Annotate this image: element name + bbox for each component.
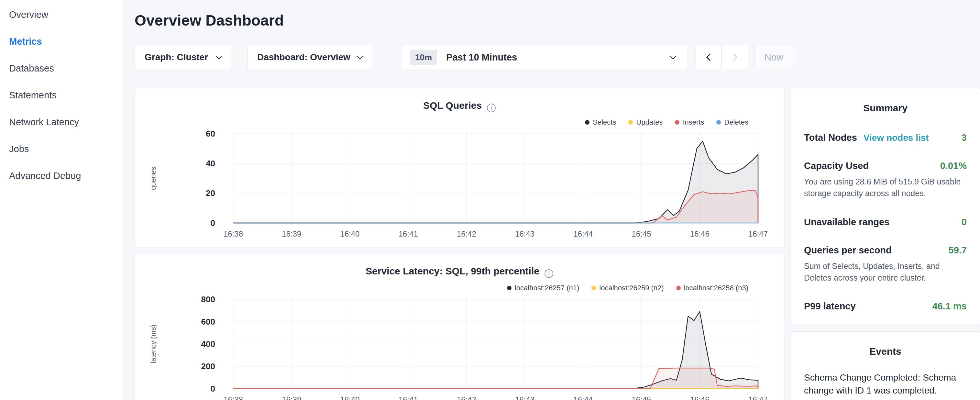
- sidebar-item-statements[interactable]: Statements: [0, 82, 123, 109]
- chart-title: SQL Queriesi: [135, 100, 784, 112]
- x-tick-label: 16:46: [690, 395, 710, 400]
- summary-value: 0: [962, 217, 967, 228]
- y-tick-label: 0: [211, 218, 215, 228]
- summary-row-capacity-used: Capacity Used 0.01% You are using 28.6 M…: [804, 161, 967, 199]
- y-tick-label: 600: [201, 317, 215, 327]
- service-latency-plot: 020040060080016:3816:3916:4016:4116:4216…: [135, 290, 784, 400]
- y-tick-label: 400: [201, 339, 215, 349]
- summary-value: 46.1 ms: [932, 301, 967, 312]
- events-panel: Events Schema Change Completed: Schema c…: [791, 331, 980, 400]
- right-sidebar: Summary Total Nodes View nodes list 3 Ca…: [791, 88, 980, 400]
- x-tick-label: 16:47: [748, 229, 768, 238]
- x-tick-label: 16:46: [690, 229, 710, 238]
- charts-column: SQL Queriesi SelectsUpdatesInsertsDelete…: [135, 88, 784, 400]
- summary-label: Queries per second: [804, 245, 892, 256]
- time-range-selector[interactable]: 10m Past 10 Minutes: [402, 45, 687, 70]
- x-tick-label: 16:44: [573, 229, 593, 238]
- x-tick-label: 16:43: [515, 229, 535, 238]
- sidebar-item-advanced-debug[interactable]: Advanced Debug: [0, 163, 123, 189]
- summary-title: Summary: [804, 103, 967, 113]
- chevron-down-icon: [216, 53, 222, 59]
- chart-plot-svg: 020040060080016:3816:3916:4016:4116:4216…: [135, 290, 784, 400]
- x-tick-label: 16:42: [457, 229, 476, 238]
- x-tick-label: 16:40: [340, 229, 360, 238]
- summary-label: Total Nodes: [804, 132, 857, 143]
- summary-description: You are using 28.6 MiB of 515.9 GiB usab…: [804, 176, 967, 199]
- summary-row-total-nodes: Total Nodes View nodes list 3: [804, 132, 967, 143]
- dashboard-dropdown[interactable]: Dashboard: Overview: [247, 45, 372, 70]
- time-range-label: Past 10 Minutes: [446, 52, 517, 63]
- sidebar-item-databases[interactable]: Databases: [0, 55, 123, 82]
- x-tick-label: 16:41: [399, 395, 418, 400]
- event-text: Schema Change Completed: Schema change w…: [804, 371, 967, 397]
- graph-dropdown-label: Graph: Cluster: [145, 52, 208, 62]
- view-nodes-list-link[interactable]: View nodes list: [864, 133, 929, 143]
- x-tick-label: 16:40: [340, 395, 360, 400]
- events-title: Events: [804, 346, 967, 357]
- x-tick-label: 16:38: [224, 395, 243, 400]
- sidebar-item-network-latency[interactable]: Network Latency: [0, 109, 123, 135]
- sidebar-item-overview[interactable]: Overview: [0, 1, 123, 28]
- graph-dropdown[interactable]: Graph: Cluster: [135, 45, 231, 70]
- page-title: Overview Dashboard: [135, 12, 980, 29]
- main-content: Overview Dashboard Graph: Cluster Dashbo…: [123, 0, 980, 400]
- x-tick-label: 16:39: [282, 395, 301, 400]
- x-tick-label: 16:41: [399, 229, 418, 238]
- series-line: [233, 141, 758, 223]
- x-tick-label: 16:44: [573, 395, 593, 400]
- summary-description: Sum of Selects, Updates, Inserts, and De…: [804, 260, 967, 284]
- next-time-button[interactable]: [722, 45, 748, 70]
- time-step-buttons: [695, 45, 748, 70]
- info-icon[interactable]: i: [544, 269, 553, 278]
- summary-value: 3: [962, 132, 967, 143]
- chart-title-text: Service Latency: SQL, 99th percentile: [366, 266, 539, 276]
- y-axis-label: queries: [149, 167, 157, 190]
- y-tick-label: 40: [206, 159, 215, 168]
- sidebar-item-metrics[interactable]: Metrics: [0, 28, 123, 55]
- series-area: [233, 190, 758, 223]
- x-tick-label: 16:47: [748, 395, 768, 400]
- y-tick-label: 0: [211, 384, 215, 394]
- chart-title-text: SQL Queries: [423, 100, 482, 111]
- chart-plot-svg: 020406016:3816:3916:4016:4116:4216:4316:…: [135, 124, 784, 247]
- summary-label: Unavailable ranges: [804, 217, 889, 228]
- event-list-item[interactable]: Schema Change Completed: Schema change w…: [804, 371, 967, 400]
- summary-row-unavailable-ranges: Unavailable ranges 0: [804, 217, 967, 228]
- x-tick-label: 16:39: [282, 229, 301, 238]
- prev-time-button[interactable]: [695, 45, 722, 70]
- y-axis-label: latency (ms): [149, 325, 157, 363]
- service-latency-chart-card: Service Latency: SQL, 99th percentilei l…: [135, 254, 784, 400]
- summary-row-p99-latency: P99 latency 46.1 ms: [804, 301, 967, 312]
- sidebar: Overview Metrics Databases Statements Ne…: [0, 0, 123, 400]
- toolbar: Graph: Cluster Dashboard: Overview 10m P…: [135, 45, 980, 70]
- info-icon[interactable]: i: [487, 104, 496, 112]
- chevron-down-icon: [670, 53, 676, 59]
- summary-value: 0.01%: [940, 161, 967, 171]
- y-tick-label: 800: [201, 295, 215, 304]
- chart-title: Service Latency: SQL, 99th percentilei: [135, 266, 784, 278]
- summary-panel: Summary Total Nodes View nodes list 3 Ca…: [791, 88, 980, 325]
- summary-label: Capacity Used: [804, 161, 869, 171]
- chevron-down-icon: [357, 53, 363, 59]
- y-tick-label: 20: [206, 188, 215, 198]
- sql-queries-chart-card: SQL Queriesi SelectsUpdatesInsertsDelete…: [135, 88, 784, 247]
- y-tick-label: 200: [201, 362, 215, 371]
- x-tick-label: 16:42: [457, 395, 476, 400]
- x-tick-label: 16:45: [632, 395, 651, 400]
- series-area: [233, 368, 758, 389]
- chevron-left-icon: [706, 54, 713, 61]
- x-tick-label: 16:38: [224, 229, 243, 238]
- sql-queries-plot: 020406016:3816:3916:4016:4116:4216:4316:…: [135, 124, 784, 247]
- y-tick-label: 60: [206, 129, 215, 139]
- dashboard-dropdown-label: Dashboard: Overview: [257, 52, 350, 62]
- x-tick-label: 16:45: [632, 229, 651, 238]
- time-range-badge: 10m: [410, 50, 437, 65]
- sidebar-item-jobs[interactable]: Jobs: [0, 135, 123, 163]
- chevron-right-icon: [730, 54, 738, 61]
- x-tick-label: 16:43: [515, 395, 535, 400]
- summary-row-queries-per-second: Queries per second 59.7 Sum of Selects, …: [804, 245, 967, 284]
- summary-label: P99 latency: [804, 301, 856, 312]
- summary-value: 59.7: [949, 245, 967, 256]
- now-button[interactable]: Now: [754, 45, 793, 70]
- dashboard-body: SQL Queriesi SelectsUpdatesInsertsDelete…: [135, 88, 980, 400]
